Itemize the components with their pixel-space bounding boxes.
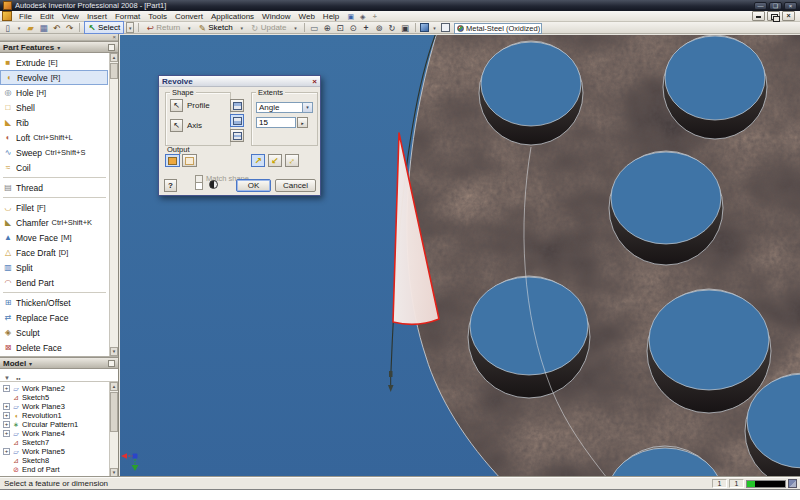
part-features-item-sculpt[interactable]: Sculpt xyxy=(0,325,108,340)
panel-grip[interactable] xyxy=(0,34,118,41)
panel-menu-icon[interactable] xyxy=(108,44,115,51)
part-features-item-hole[interactable]: Hole[H] xyxy=(0,85,108,100)
part-features-item-bend-part[interactable]: Bend Part xyxy=(0,275,108,290)
panel-menu-icon[interactable] xyxy=(108,360,115,367)
menu-view[interactable]: View xyxy=(58,12,83,21)
zoom-selected-icon[interactable] xyxy=(374,22,385,33)
update-button[interactable]: Update xyxy=(248,22,290,33)
tree-item-workplane4[interactable]: Work Plane4 xyxy=(0,429,108,438)
ok-button[interactable]: OK xyxy=(236,179,271,192)
join-button[interactable] xyxy=(230,99,244,112)
expander-icon[interactable] xyxy=(3,421,10,428)
tree-item-sketch7[interactable]: Sketch7 xyxy=(0,438,108,447)
expander-icon[interactable] xyxy=(3,430,10,437)
part-features-item-shell[interactable]: Shell xyxy=(0,100,108,115)
update-dropdown-icon[interactable]: ▾ xyxy=(292,22,300,33)
return-button[interactable]: Return xyxy=(143,22,183,33)
part-features-item-sweep[interactable]: SweepCtrl+Shift+S xyxy=(0,145,108,160)
drawing-icon[interactable] xyxy=(309,22,320,33)
undo-icon[interactable] xyxy=(51,22,62,33)
zoom-icon[interactable] xyxy=(348,22,359,33)
redo-icon[interactable] xyxy=(64,22,75,33)
zoom-window-icon[interactable] xyxy=(335,22,346,33)
tree-item-sketch8[interactable]: Sketch8 xyxy=(0,456,108,465)
part-features-item-delete-face[interactable]: Delete Face xyxy=(0,340,108,355)
menu-tools[interactable]: Tools xyxy=(144,12,171,21)
shaded-display-icon[interactable] xyxy=(420,23,429,32)
output-surface-button[interactable] xyxy=(182,154,197,167)
menu-applications[interactable]: Applications xyxy=(207,12,258,21)
whats-new-icon[interactable] xyxy=(346,12,355,21)
tree-item-revolution1[interactable]: Revolution1 xyxy=(0,411,108,420)
open-icon[interactable] xyxy=(25,22,36,33)
part-features-header[interactable]: Part Features xyxy=(0,41,118,53)
part-features-item-chamfer[interactable]: ChamferCtrl+Shift+K xyxy=(0,215,108,230)
select-button[interactable]: Select xyxy=(84,21,124,34)
scroll-up-icon[interactable] xyxy=(110,53,118,62)
output-solid-button[interactable] xyxy=(165,154,180,167)
angle-flyout-icon[interactable] xyxy=(297,117,308,128)
part-features-item-coil[interactable]: Coil xyxy=(0,160,108,175)
direction-2-button[interactable] xyxy=(268,154,282,167)
expander-icon[interactable] xyxy=(3,385,10,392)
part-features-scrollbar[interactable] xyxy=(109,53,118,356)
customize-plus-icon[interactable] xyxy=(370,12,379,21)
select-dropdown-icon[interactable]: ▾ xyxy=(126,22,134,33)
part-features-item-loft[interactable]: LoftCtrl+Shift+L xyxy=(0,130,108,145)
direction-1-button[interactable] xyxy=(251,154,265,167)
window-minimize-button[interactable]: — xyxy=(754,2,767,10)
wireframe-display-icon[interactable] xyxy=(441,23,450,32)
new-dropdown-icon[interactable]: ▾ xyxy=(15,22,23,33)
cancel-button[interactable]: Cancel xyxy=(275,179,316,192)
look-at-icon[interactable] xyxy=(400,22,411,33)
expander-icon[interactable] xyxy=(3,448,10,455)
pan-icon[interactable] xyxy=(361,22,372,33)
dialog-close-icon[interactable] xyxy=(312,77,317,86)
part-features-item-replace-face[interactable]: Replace Face xyxy=(0,310,108,325)
part-features-item-extrude[interactable]: Extrude[E] xyxy=(0,55,108,70)
part-features-item-revolve[interactable]: Revolve[R] xyxy=(0,70,108,85)
scroll-up-icon[interactable] xyxy=(110,382,118,391)
menu-format[interactable]: Format xyxy=(111,12,144,21)
expander-icon[interactable] xyxy=(3,412,10,419)
scroll-down-icon[interactable] xyxy=(110,347,118,356)
menu-insert[interactable]: Insert xyxy=(83,12,111,21)
material-select[interactable]: Metal-Steel (Oxidized) xyxy=(454,23,542,34)
zoom-all-icon[interactable] xyxy=(322,22,333,33)
dialog-title-bar[interactable]: Revolve xyxy=(159,76,320,87)
help-topics-icon[interactable] xyxy=(358,12,367,21)
menu-file[interactable]: File xyxy=(15,12,36,21)
mdi-minimize-button[interactable] xyxy=(752,11,765,21)
mdi-close-button[interactable] xyxy=(782,11,795,21)
menu-edit[interactable]: Edit xyxy=(36,12,58,21)
part-features-item-thread[interactable]: Thread xyxy=(0,180,108,195)
part-features-item-fillet[interactable]: Fillet[F] xyxy=(0,200,108,215)
expander-icon[interactable] xyxy=(3,403,10,410)
window-restore-button[interactable]: ❏ xyxy=(769,2,782,10)
tree-item-workplane2[interactable]: Work Plane2 xyxy=(0,384,108,393)
sketch-dropdown-icon[interactable]: ▾ xyxy=(238,22,246,33)
chevron-down-icon[interactable] xyxy=(302,103,312,112)
menu-window[interactable]: Window xyxy=(258,12,294,21)
cut-button[interactable] xyxy=(230,114,244,127)
profile-pick-button[interactable] xyxy=(170,99,183,112)
mdi-restore-button[interactable] xyxy=(767,11,780,21)
scroll-down-icon[interactable] xyxy=(110,468,118,477)
intersect-button[interactable] xyxy=(230,129,244,142)
new-icon[interactable] xyxy=(2,22,13,33)
preview-checkbox[interactable] xyxy=(195,182,203,190)
help-button[interactable]: ? xyxy=(164,179,177,192)
angle-input[interactable] xyxy=(256,117,296,128)
menu-web[interactable]: Web xyxy=(295,12,319,21)
axis-pick-button[interactable] xyxy=(170,119,183,132)
document-icon[interactable] xyxy=(2,11,12,21)
preview-sphere-icon[interactable] xyxy=(209,180,218,189)
part-features-item-move-face[interactable]: Move Face[M] xyxy=(0,230,108,245)
part-features-item-split[interactable]: Split xyxy=(0,260,108,275)
menu-help[interactable]: Help xyxy=(319,12,343,21)
model-tree-scrollbar[interactable] xyxy=(109,382,118,477)
tree-item-circular-pattern1[interactable]: Circular Pattern1 xyxy=(0,420,108,429)
return-dropdown-icon[interactable]: ▾ xyxy=(185,22,193,33)
window-close-button[interactable]: × xyxy=(784,2,797,10)
tree-item-workplane5[interactable]: Work Plane5 xyxy=(0,447,108,456)
